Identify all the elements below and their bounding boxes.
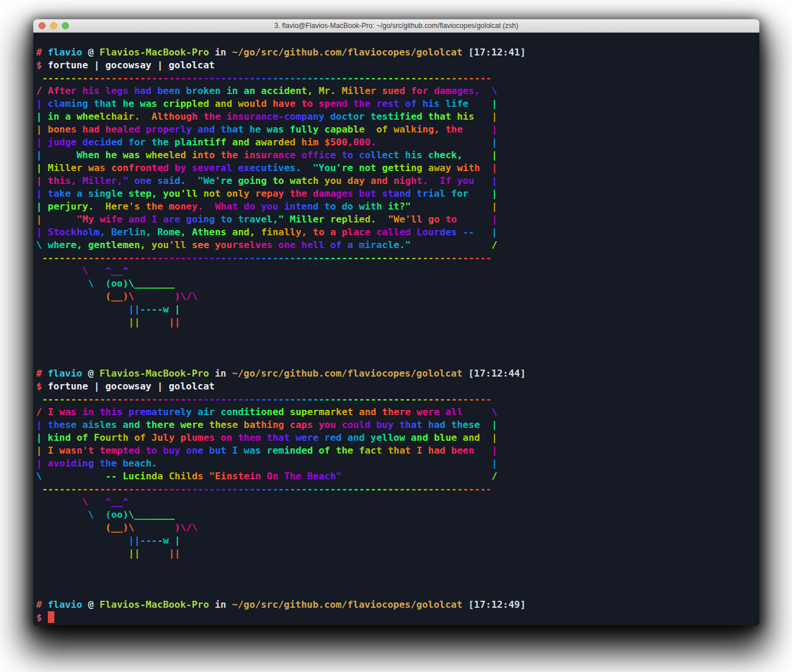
terminal-content[interactable]: # flavio @ Flavios-MacBook-Pro in ~/go/s… xyxy=(33,33,759,625)
minimize-button[interactable] xyxy=(50,22,57,29)
cowsay-output-2: | avoiding the beach. | xyxy=(36,457,759,470)
cowsay-output-1: ||----w | xyxy=(36,303,759,316)
blank-line xyxy=(36,354,759,367)
cowsay-output-1: | "My wife and I are going to travel," M… xyxy=(36,213,759,226)
blank-line xyxy=(36,329,759,342)
cowsay-output-1: | perjury. Here's the money. What do you… xyxy=(36,200,759,213)
window-title: 3. flavio@Flavios-MacBook-Pro: ~/go/src/… xyxy=(274,22,518,30)
blank-line xyxy=(36,560,759,573)
cowsay-output-1: | in a wheelchair. Although the insuranc… xyxy=(36,110,759,123)
cowsay-output-1: \ (oo)\_______ xyxy=(36,277,759,290)
traffic-lights xyxy=(39,22,69,29)
cowsay-output-2: | I wasn't tempted to buy one but I was … xyxy=(36,444,759,457)
title-bar[interactable]: 3. flavio@Flavios-MacBook-Pro: ~/go/src/… xyxy=(33,19,759,33)
cowsay-output-2: ----------------------------------------… xyxy=(36,483,759,496)
prompt-line-1: # flavio @ Flavios-MacBook-Pro in ~/go/s… xyxy=(36,46,759,59)
cowsay-output-1: | take a single step, you'll not only re… xyxy=(36,187,759,200)
cowsay-output-2: \ ^__^ xyxy=(36,496,759,509)
blank-line xyxy=(36,573,759,586)
cowsay-output-1: \ ^__^ xyxy=(36,264,759,277)
command-line-2: $ fortune | gocowsay | gololcat xyxy=(36,380,759,393)
terminal-window: 3. flavio@Flavios-MacBook-Pro: ~/go/src/… xyxy=(33,19,759,625)
cowsay-output-2: (__)\ )\/\ xyxy=(36,521,759,534)
cowsay-output-1: | Stockholm, Berlin, Rome, Athens and, f… xyxy=(36,226,759,239)
prompt-line-3: # flavio @ Flavios-MacBook-Pro in ~/go/s… xyxy=(36,598,759,611)
cowsay-output-2: \ -- Lucinda Childs "Einstein On The Bea… xyxy=(36,470,759,483)
cowsay-output-1: | this, Miller," one said. "We're going … xyxy=(36,175,759,187)
cowsay-output-1: | Miller was confronted by several execu… xyxy=(36,162,759,175)
close-button[interactable] xyxy=(39,22,46,29)
cowsay-output-1: ----------------------------------------… xyxy=(36,72,759,85)
prompt-line-2: # flavio @ Flavios-MacBook-Pro in ~/go/s… xyxy=(36,367,759,380)
cowsay-output-2: | these aisles and there were these bath… xyxy=(36,419,759,431)
terminal-cursor xyxy=(48,611,54,623)
cowsay-output-2: / I was in this prematurely air conditio… xyxy=(36,406,759,419)
cowsay-output-1: | judge decided for the plaintiff and aw… xyxy=(36,136,759,149)
cowsay-output-2: \ (oo)\_______ xyxy=(36,509,759,521)
blank-line xyxy=(36,586,759,598)
cowsay-output-2: | kind of Fourth of July plumes on them … xyxy=(36,431,759,444)
cowsay-output-2: ||----w | xyxy=(36,534,759,547)
cowsay-output-1: (__)\ )\/\ xyxy=(36,290,759,303)
zoom-button[interactable] xyxy=(62,22,69,29)
cowsay-output-1: | claming that he was crippled and would… xyxy=(36,98,759,110)
cowsay-output-2: || || xyxy=(36,547,759,560)
cowsay-output-1: | bones had healed properly and that he … xyxy=(36,123,759,136)
current-prompt-line: $ xyxy=(36,611,759,624)
cowsay-output-1: / After his legs had been broken in an a… xyxy=(36,85,759,98)
cowsay-output-2: ----------------------------------------… xyxy=(36,393,759,406)
cowsay-output-1: | When he was wheeled into the insurance… xyxy=(36,149,759,162)
cowsay-output-1: || || xyxy=(36,316,759,329)
command-line-1: $ fortune | gocowsay | gololcat xyxy=(36,59,759,72)
blank-line xyxy=(36,342,759,354)
cowsay-output-1: \ where, gentlemen, you'll see yourselve… xyxy=(36,239,759,252)
cowsay-output-1: ----------------------------------------… xyxy=(36,252,759,264)
